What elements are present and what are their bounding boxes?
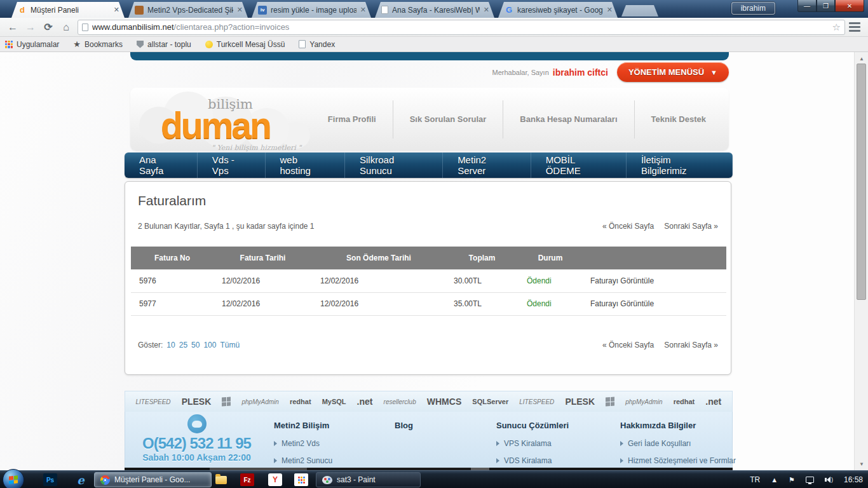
site-top-bar (130, 52, 729, 60)
browser-profile-button[interactable]: ibrahim (731, 2, 775, 15)
app-grid-icon[interactable] (294, 473, 308, 486)
admin-menu-button[interactable]: YÖNETİM MENÜSÜ ▼ (617, 62, 729, 82)
paint-task-button[interactable]: sat3 - Paint (316, 472, 421, 487)
footer-link-metin2-vds[interactable]: Metin2 Vds (274, 439, 395, 448)
tab-resim-yukle[interactable]: iv resim yükle - image uploa ✕ (252, 2, 371, 18)
chevron-down-icon: ▼ (710, 69, 717, 76)
partner-logo: SQLServer (472, 398, 508, 405)
prev-page-link[interactable]: « Önceki Sayfa (602, 341, 654, 349)
restore-button[interactable]: ❐ (817, 0, 835, 12)
footer-link-sozlesmeler[interactable]: Hizmet Sözleşmeleri ve Formlar (620, 456, 738, 465)
action-center-flag-icon[interactable]: ⚑ (789, 476, 795, 484)
scroll-up-icon[interactable]: ▲ (855, 53, 868, 64)
start-button[interactable] (3, 469, 24, 488)
bookmark-allstar[interactable]: allstar - toplu (137, 40, 191, 49)
clock[interactable]: 16:58 (844, 475, 863, 484)
minimize-button[interactable]: — (797, 0, 817, 12)
prev-page-link[interactable]: « Önceki Sayfa (602, 222, 654, 231)
footer-link-geri-iade[interactable]: Geri İade Koşulları (620, 439, 738, 448)
browser-tabstrip: d Müşteri Paneli ✕ Metin2 Vps-Dedicated … (0, 0, 868, 18)
chrome-task-button[interactable]: Müşteri Paneli - Goo... (94, 472, 212, 487)
nav-web-hosting[interactable]: web hosting (266, 152, 346, 178)
tab-close-icon[interactable]: ✕ (360, 6, 366, 14)
top-menu-banka[interactable]: Banka Hesap Numaraları (503, 100, 634, 139)
bookmark-star-icon[interactable]: ☆ (832, 22, 841, 33)
refresh-icon[interactable]: ⟳ (39, 21, 57, 33)
footer-link-vds-kiralama[interactable]: VDS Kiralama (496, 456, 617, 465)
arrow-icon (496, 441, 499, 446)
footer-col-hakkimizda: Hakkımızda Bilgiler Geri İade Koşulları … (620, 421, 738, 470)
top-menu-sss[interactable]: Sık Sorulan Sorular (393, 100, 503, 139)
close-button[interactable]: ✕ (835, 0, 864, 12)
bookmark-yandex[interactable]: Yandex (299, 40, 335, 49)
show-all-link[interactable]: Tümü (220, 341, 240, 349)
tab-karesiweb-search[interactable]: G karesiweb şikayet - Googl ✕ (498, 2, 618, 18)
chrome-icon (100, 475, 110, 485)
scrollbar-thumb[interactable] (857, 64, 866, 300)
tab-close-icon[interactable]: ✕ (237, 6, 243, 14)
nav-ana-sayfa[interactable]: Ana Sayfa (125, 152, 198, 178)
hidden-icons-chevron[interactable]: ▲ (771, 476, 778, 484)
view-invoice-link[interactable]: Faturayı Görüntüle (582, 269, 726, 292)
imageupload-favicon-icon: iv (258, 6, 267, 15)
chrome-menu-icon[interactable] (849, 22, 860, 32)
tab-metin2-vps[interactable]: Metin2 Vps-Dedicated Şik ✕ (128, 2, 248, 18)
view-invoice-link[interactable]: Faturayı Görüntüle (582, 292, 726, 315)
tab-close-icon[interactable]: ✕ (607, 6, 613, 14)
forward-icon[interactable]: → (22, 22, 39, 33)
url-text[interactable]: www.dumanbilisim.net/clientarea.php?acti… (92, 22, 829, 32)
page-icon (299, 40, 306, 48)
internet-explorer-icon[interactable]: e (74, 473, 88, 486)
language-indicator[interactable]: TR (750, 475, 760, 484)
nav-vds-vps[interactable]: Vds -Vps (198, 152, 266, 178)
show-25-link[interactable]: 25 (179, 341, 187, 349)
network-icon[interactable] (806, 477, 814, 483)
greeting-username: ibrahim ciftci (553, 67, 608, 78)
nav-mobil-odeme[interactable]: MOBİL ÖDEME (531, 152, 627, 178)
show-50-link[interactable]: 50 (191, 341, 200, 349)
invoice-total: 35.00TL (445, 292, 519, 315)
bookmark-turkcell[interactable]: Turkcell Mesaj Üssü (205, 40, 285, 49)
web-page: Merhabalar, Sayın ibrahim ciftci YÖNETİM… (0, 52, 868, 470)
yandex-icon[interactable]: Y (268, 473, 282, 486)
filezilla-icon[interactable]: Fz (240, 473, 254, 486)
page-scrollbar[interactable]: ▲ ▼ (854, 52, 868, 470)
show-100-link[interactable]: 100 (203, 341, 216, 349)
footer-link-metin2-sunucu[interactable]: Metin2 Sunucu (274, 456, 395, 465)
next-page-link[interactable]: Sonraki Sayfa » (664, 222, 718, 231)
google-favicon-icon: G (505, 6, 513, 15)
paint-icon (322, 476, 332, 484)
nav-metin2-server[interactable]: Metin2 Server (443, 152, 531, 178)
photoshop-icon[interactable]: Ps (43, 473, 57, 486)
show-10-link[interactable]: 10 (166, 341, 175, 349)
windows-logo-icon (222, 397, 231, 407)
back-icon[interactable]: ← (4, 22, 22, 33)
bookmark-bookmarks[interactable]: ★ Bookmarks (73, 39, 123, 49)
partner-logos-strip: LITESPEED PLESK phpMyAdmin redhat MySQL … (125, 391, 733, 412)
nav-silkroad-sunucu[interactable]: Silkroad Sunucu (345, 152, 443, 178)
footer-link-label: Metin2 Vds (281, 439, 320, 448)
partner-logo: .net (705, 396, 721, 407)
windows-flag-icon (9, 475, 18, 484)
nav-iletisim[interactable]: İletişim Bilgilerimiz (627, 152, 733, 178)
top-menu-teknik-destek[interactable]: Teknik Destek (634, 100, 722, 139)
footer-link-vps-kiralama[interactable]: VPS Kiralama (496, 439, 617, 448)
site-footer: O(542) 532 11 95 Sabah 10:00 Akşam 22:00… (125, 412, 733, 470)
duman-logo[interactable]: bilişim duman " Yeni bilişim hizmetleri … (138, 89, 322, 150)
tab-ana-sayfa[interactable]: Ana Sayfa - KaresiWeb| W ✕ (375, 2, 494, 18)
invoices-card: Faturalarım 2 Bulunan Kayıtlar, Sayfa 1 … (125, 181, 731, 375)
tab-musteri-paneli[interactable]: d Müşteri Paneli ✕ (11, 2, 125, 18)
top-menu-firma-profili[interactable]: Firma Profili (311, 100, 393, 139)
partner-logo: MySQL (322, 398, 346, 405)
volume-icon[interactable]: ) (825, 477, 833, 483)
bookmark-apps[interactable]: Uygulamalar (5, 40, 59, 49)
tab-close-icon[interactable]: ✕ (484, 6, 489, 14)
new-tab-button[interactable] (621, 5, 658, 17)
col-action (582, 247, 726, 269)
address-bar[interactable]: www.dumanbilisim.net/clientarea.php?acti… (78, 20, 845, 35)
explorer-folder-icon[interactable] (214, 473, 228, 486)
home-icon[interactable]: ⌂ (57, 22, 75, 33)
next-page-link[interactable]: Sonraki Sayfa » (664, 341, 718, 349)
tab-close-icon[interactable]: ✕ (114, 6, 119, 14)
scroll-down-icon[interactable]: ▼ (855, 459, 868, 469)
